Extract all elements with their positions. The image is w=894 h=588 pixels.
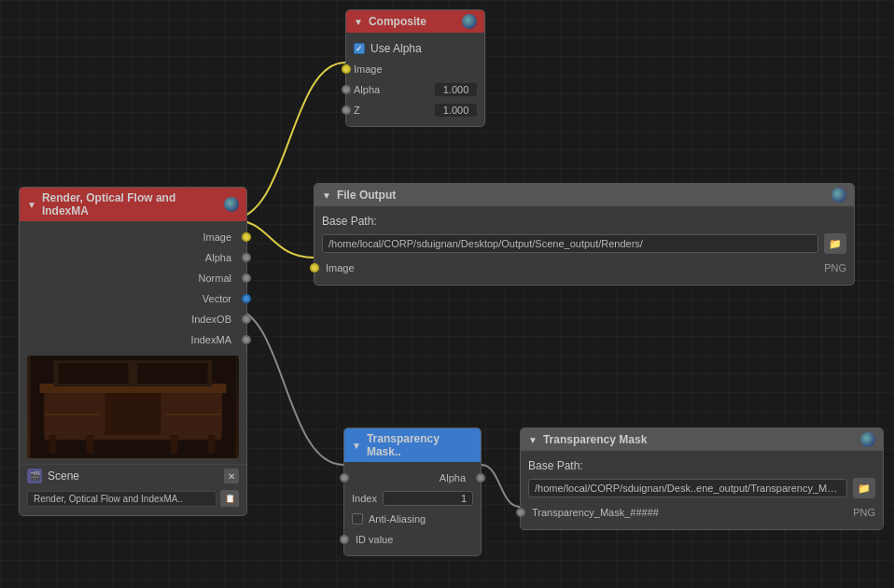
svg-rect-6: [49, 435, 57, 454]
mask-id-label: ID value: [352, 534, 393, 545]
file-browse-button[interactable]: 📁: [824, 233, 846, 254]
render-indexma-label: IndexMA: [191, 334, 239, 345]
render-preset-dropdown[interactable]: Render, Optical Flow and IndexMA..: [27, 491, 217, 507]
scene-icon: 🎬: [27, 469, 42, 483]
composite-image-row: Image: [346, 59, 484, 79]
mask-anti-alias-label: Anti-Aliasing: [369, 513, 426, 525]
use-alpha-label: Use Alpha: [370, 42, 422, 55]
mask-alpha-output-socket[interactable]: [476, 473, 485, 483]
svg-rect-11: [166, 413, 222, 415]
svg-rect-10: [45, 413, 101, 415]
transparency-mask-small-title: Transparency Mask..: [367, 432, 473, 458]
mask-browse-button[interactable]: 📁: [853, 478, 875, 498]
render-preview: [27, 356, 239, 458]
file-base-path-row: Base Path:: [314, 212, 854, 231]
render-scene-bar: 🎬 Scene ✕: [20, 464, 246, 487]
render-indexma-row: IndexMA: [20, 329, 246, 350]
collapse-arrow-icon[interactable]: ▼: [27, 200, 36, 210]
render-image-label: Image: [203, 231, 239, 243]
mask-alpha-label: Alpha: [440, 472, 473, 483]
mask-alpha-input-socket[interactable]: [340, 473, 349, 483]
composite-image-label: Image: [354, 63, 383, 75]
mask-id-socket[interactable]: [340, 535, 349, 544]
svg-rect-9: [208, 435, 216, 454]
render-preset-bar: Render, Optical Flow and IndexMA.. 📋: [20, 487, 246, 510]
use-alpha-row: ✓ Use Alpha: [346, 38, 484, 59]
file-image-label: Image: [322, 262, 355, 273]
composite-z-socket[interactable]: [342, 105, 351, 115]
svg-rect-8: [171, 435, 178, 454]
render-alpha-row: Alpha: [20, 247, 246, 268]
render-alpha-label: Alpha: [205, 252, 239, 263]
transparency-mask-small-node: ▼ Transparency Mask.. Alpha Index 1 Anti…: [343, 427, 482, 556]
mask-index-value[interactable]: 1: [383, 491, 473, 506]
transparency-mask-output-node: ▼ Transparency Mask Base Path: /home/loc…: [520, 427, 884, 530]
globe-icon: [224, 197, 239, 212]
composite-image-socket[interactable]: [342, 64, 351, 74]
globe-icon: [462, 14, 477, 29]
composite-z-value: 1.000: [435, 104, 477, 117]
collapse-arrow-icon[interactable]: ▼: [322, 190, 331, 201]
composite-node: ▼ Composite ✓ Use Alpha Image Alpha 1.00…: [345, 9, 485, 127]
file-path-input[interactable]: /home/local/CORP/sduignan/Desktop/Output…: [322, 234, 818, 253]
composite-alpha-value: 1.000: [435, 83, 477, 96]
render-small-button[interactable]: 📋: [220, 490, 239, 507]
globe-icon: [860, 432, 875, 447]
mask-output-socket[interactable]: [516, 508, 525, 517]
render-node-header: ▼ Render, Optical Flow and IndexMA: [20, 188, 246, 221]
mask-id-value-row: ID value: [344, 529, 481, 550]
use-alpha-checkbox[interactable]: ✓: [354, 43, 365, 54]
render-indexma-socket[interactable]: [242, 335, 251, 344]
render-image-row: Image: [20, 227, 246, 247]
render-normal-row: Normal: [20, 268, 246, 288]
render-vector-row: Vector: [20, 288, 246, 309]
mask-base-path-label: Base Path:: [528, 459, 583, 472]
file-output-title: File Output: [337, 189, 396, 202]
mask-index-row: Index 1: [344, 488, 481, 509]
globe-icon: [831, 188, 846, 203]
collapse-arrow-icon[interactable]: ▼: [528, 435, 538, 445]
scene-close-button[interactable]: ✕: [224, 469, 239, 483]
render-alpha-socket[interactable]: [242, 253, 251, 262]
composite-node-header: ▼ Composite: [346, 10, 484, 33]
mask-output-row: Transparency_Mask_##### PNG: [521, 501, 883, 524]
file-image-type: PNG: [824, 262, 846, 273]
mask-base-path-row: Base Path:: [521, 456, 883, 475]
mask-alpha-input-row: Alpha: [344, 468, 481, 488]
composite-alpha-label: Alpha: [354, 84, 380, 95]
render-node: ▼ Render, Optical Flow and IndexMA Image…: [19, 187, 247, 516]
render-preview-image: [27, 356, 239, 458]
mask-output-type: PNG: [853, 507, 875, 518]
file-image-row: Image PNG: [314, 257, 854, 279]
file-output-body: Base Path: /home/local/CORP/sduignan/Des…: [314, 206, 854, 285]
transparency-mask-output-header: ▼ Transparency Mask: [521, 428, 883, 451]
file-base-path-label: Base Path:: [322, 215, 377, 228]
file-image-socket[interactable]: [310, 263, 319, 273]
mask-output-label: Transparency_Mask_#####: [528, 507, 659, 518]
composite-node-title: Composite: [369, 15, 426, 28]
composite-z-row: Z 1.000: [346, 100, 484, 120]
svg-rect-13: [59, 363, 129, 384]
render-image-socket[interactable]: [242, 232, 251, 242]
render-indexob-socket[interactable]: [242, 315, 251, 324]
composite-alpha-socket[interactable]: [342, 85, 351, 94]
mask-index-label: Index: [352, 493, 377, 504]
render-node-body: Image Alpha Normal Vector IndexOB IndexM…: [20, 221, 246, 515]
mask-anti-alias-row: Anti-Aliasing: [344, 509, 481, 529]
file-path-input-row: /home/local/CORP/sduignan/Desktop/Output…: [314, 231, 854, 257]
render-vector-socket[interactable]: [242, 294, 251, 303]
file-output-node: ▼ File Output Base Path: /home/local/COR…: [314, 183, 855, 286]
transparency-mask-output-title: Transparency Mask: [543, 433, 647, 446]
render-indexob-label: IndexOB: [191, 314, 239, 325]
mask-path-input[interactable]: /home/local/CORP/sduignan/Desk..ene_outp…: [528, 479, 847, 497]
composite-z-label: Z: [354, 105, 360, 116]
collapse-arrow-icon[interactable]: ▼: [354, 17, 363, 27]
collapse-arrow-icon[interactable]: ▼: [352, 441, 361, 451]
svg-rect-3: [105, 393, 161, 435]
mask-path-input-row: /home/local/CORP/sduignan/Desk..ene_outp…: [521, 475, 883, 501]
anti-alias-checkbox[interactable]: [352, 513, 363, 525]
render-normal-socket[interactable]: [242, 273, 251, 283]
render-vector-label: Vector: [203, 293, 239, 304]
render-node-title: Render, Optical Flow and IndexMA: [42, 191, 218, 217]
file-output-header: ▼ File Output: [314, 184, 854, 206]
